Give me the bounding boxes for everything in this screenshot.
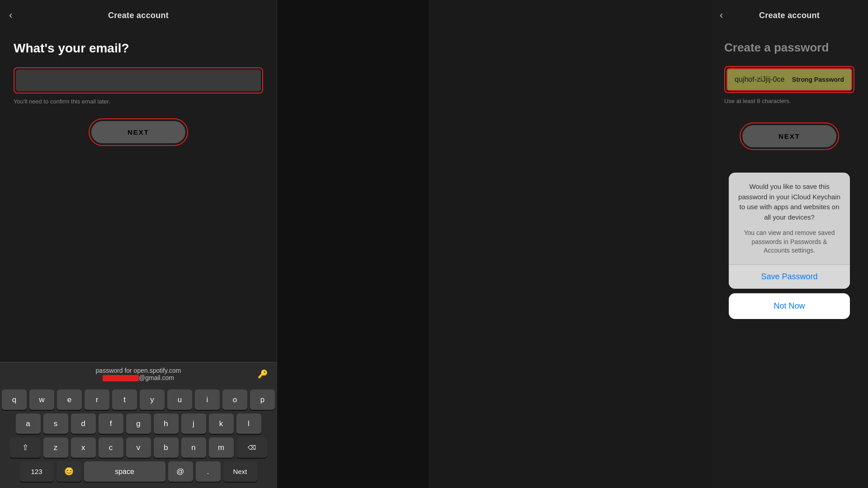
right-content: Create a password qujhof-ziJjij-0ce Stro… (711, 27, 868, 488)
key-i[interactable]: i (195, 389, 220, 410)
email-suffix: @gmail.com (139, 374, 174, 381)
keychain-title: Would you like to save this password in … (738, 182, 841, 222)
key-y[interactable]: y (140, 389, 165, 410)
key-next[interactable]: Next (223, 461, 257, 482)
password-value: qujhof-ziJjij-0ce (735, 75, 784, 84)
right-next-button[interactable]: NEXT (742, 125, 836, 147)
keyboard-row-2: a s d f g h j k l (2, 413, 275, 434)
strong-password-badge: Strong Password (792, 76, 844, 83)
key-n[interactable]: n (181, 437, 206, 458)
key-e[interactable]: e (57, 389, 82, 410)
left-header: ‹ Create account (0, 0, 277, 27)
keychain-popup: Would you like to save this password in … (729, 173, 850, 289)
not-now-label: Not Now (774, 301, 805, 310)
key-l[interactable]: l (236, 413, 261, 434)
not-now-button[interactable]: Not Now (729, 293, 850, 319)
password-suggestion-content: password for open.spotify.com @gmail.com (96, 367, 181, 381)
password-hint: Use at least 8 characters. (724, 98, 854, 104)
key-f[interactable]: f (99, 413, 123, 434)
suggestion-line1: password for open.spotify.com (96, 367, 181, 374)
email-input-field[interactable] (16, 70, 261, 91)
save-password-button[interactable]: Save Password (729, 265, 850, 289)
key-v[interactable]: v (126, 437, 151, 458)
keychain-subtitle: You can view and remove saved passwords … (738, 229, 841, 255)
delete-key[interactable]: ⌫ (236, 437, 267, 458)
left-next-button[interactable]: NEXT (91, 121, 185, 143)
suggestion-line2: @gmail.com (103, 374, 174, 381)
key-t[interactable]: t (112, 389, 137, 410)
left-back-button[interactable]: ‹ (9, 9, 12, 21)
key-at[interactable]: @ (168, 461, 193, 482)
shift-key[interactable]: ⇧ (10, 437, 41, 458)
key-emoji[interactable]: 😊 (57, 461, 81, 482)
keyboard-row-bottom: 123 😊 space @ . Next (2, 461, 275, 482)
password-suggestion-bar[interactable]: password for open.spotify.com @gmail.com… (0, 362, 277, 386)
right-back-button[interactable]: ‹ (720, 9, 723, 21)
key-icon: 🔑 (258, 369, 268, 379)
key-m[interactable]: m (209, 437, 234, 458)
keychain-message: Would you like to save this password in … (729, 173, 850, 264)
key-r[interactable]: r (85, 389, 109, 410)
left-keyboard-area: password for open.spotify.com @gmail.com… (0, 362, 277, 488)
left-page-title: What's your email? (14, 41, 263, 56)
keyboard-row-1: q w e r t y u i o p (2, 389, 275, 410)
key-x[interactable]: x (71, 437, 96, 458)
keyboard-row-3: ⇧ z x c v b n m ⌫ (2, 437, 275, 458)
key-u[interactable]: u (167, 389, 192, 410)
right-header-title: Create account (759, 11, 820, 20)
key-g[interactable]: g (126, 413, 151, 434)
right-page-title: Create a password (724, 41, 854, 55)
key-a[interactable]: a (16, 413, 41, 434)
key-w[interactable]: w (29, 389, 54, 410)
key-s[interactable]: s (43, 413, 68, 434)
key-h[interactable]: h (154, 413, 179, 434)
key-k[interactable]: k (209, 413, 234, 434)
key-o[interactable]: o (222, 389, 247, 410)
password-input-wrapper[interactable]: qujhof-ziJjij-0ce Strong Password (726, 68, 852, 91)
key-period[interactable]: . (196, 461, 221, 482)
email-input[interactable] (23, 76, 254, 85)
key-b[interactable]: b (154, 437, 179, 458)
gap (277, 0, 429, 488)
left-content: What's your email? You'll need to confir… (0, 27, 277, 362)
key-q[interactable]: q (2, 389, 27, 410)
key-space[interactable]: space (84, 461, 165, 482)
key-z[interactable]: z (43, 437, 68, 458)
key-p[interactable]: p (250, 389, 275, 410)
right-phone-screen: ‹ Create account Create a password qujho… (711, 0, 868, 488)
key-123[interactable]: 123 (20, 461, 54, 482)
right-header: ‹ Create account (711, 0, 868, 27)
email-redacted-block (103, 375, 139, 381)
email-hint: You'll need to confirm this email later. (14, 98, 263, 105)
keychain-popup-area: Would you like to save this password in … (724, 164, 854, 319)
left-header-title: Create account (108, 11, 169, 20)
left-phone-screen: ‹ Create account What's your email? You'… (0, 0, 277, 488)
key-d[interactable]: d (71, 413, 96, 434)
key-j[interactable]: j (181, 413, 206, 434)
keyboard: q w e r t y u i o p a s d f g h j k (0, 386, 277, 488)
save-password-label: Save Password (761, 272, 818, 281)
key-c[interactable]: c (99, 437, 123, 458)
